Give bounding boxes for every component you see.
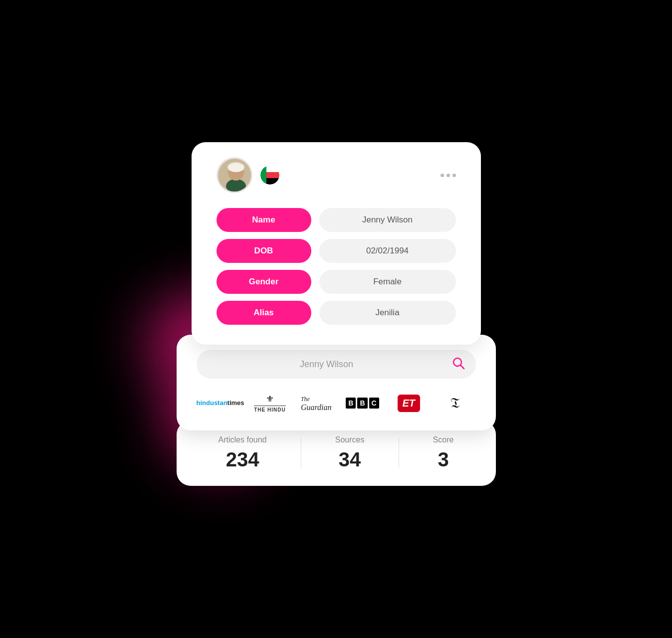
- svg-rect-9: [266, 178, 279, 185]
- search-bar[interactable]: Jenny Wilson: [197, 350, 476, 379]
- profile-rows: Name Jenny Wilson DOB 02/02/1994 Gender …: [217, 208, 456, 325]
- bbc-logo: B B C: [342, 398, 383, 409]
- profile-card: Name Jenny Wilson DOB 02/02/1994 Gender …: [192, 142, 481, 345]
- dot: [452, 174, 456, 177]
- uae-flag: [260, 166, 279, 185]
- gender-value: Female: [319, 270, 456, 294]
- profile-row-name: Name Jenny Wilson: [217, 208, 456, 232]
- profile-left: [217, 157, 279, 193]
- nyt-logo: 𝔗: [435, 395, 476, 412]
- sources-value: 34: [339, 448, 361, 471]
- stat-score: Score 3: [433, 435, 454, 471]
- search-button[interactable]: [452, 357, 465, 372]
- news-logos-row: hindustantimes ⚜ THE HINDU The Guardian: [197, 394, 476, 413]
- profile-row-alias: Alias Jenilia: [217, 301, 456, 325]
- svg-point-1: [226, 179, 246, 193]
- dot: [447, 174, 450, 177]
- et-logo: ET: [388, 395, 430, 412]
- stat-articles-found: Articles found 234: [219, 435, 267, 471]
- alias-label: Alias: [217, 301, 311, 325]
- avatar: [217, 157, 252, 193]
- dob-label: DOB: [217, 239, 311, 263]
- articles-found-label: Articles found: [219, 435, 267, 444]
- hindustan-times-logo: hindustantimes: [197, 400, 244, 407]
- score-value: 3: [438, 448, 448, 471]
- svg-line-11: [460, 365, 464, 369]
- scene: Name Jenny Wilson DOB 02/02/1994 Gender …: [162, 132, 511, 506]
- alias-value: Jenilia: [319, 301, 456, 325]
- profile-row-dob: DOB 02/02/1994: [217, 239, 456, 263]
- stat-divider-1: [301, 438, 301, 468]
- gender-label: Gender: [217, 270, 311, 294]
- articles-found-value: 234: [226, 448, 259, 471]
- stat-sources: Sources 34: [335, 435, 365, 471]
- the-guardian-logo: The Guardian: [295, 394, 337, 412]
- search-card: Jenny Wilson hindustantimes ⚜ THE HINDU: [177, 335, 496, 430]
- sources-label: Sources: [335, 435, 365, 444]
- svg-rect-8: [266, 172, 279, 178]
- profile-row-gender: Gender Female: [217, 270, 456, 294]
- name-label: Name: [217, 208, 311, 232]
- profile-card-header: [217, 157, 456, 193]
- more-options-button[interactable]: [441, 174, 456, 177]
- svg-point-4: [228, 163, 244, 172]
- stat-divider-2: [399, 438, 399, 468]
- dob-value: 02/02/1994: [319, 239, 456, 263]
- score-label: Score: [433, 435, 454, 444]
- the-hindu-logo: ⚜ THE HINDU: [249, 394, 291, 413]
- dot: [441, 174, 444, 177]
- svg-rect-7: [266, 166, 279, 172]
- search-query-text: Jenny Wilson: [208, 359, 446, 370]
- svg-rect-6: [260, 166, 266, 185]
- name-value: Jenny Wilson: [319, 208, 456, 232]
